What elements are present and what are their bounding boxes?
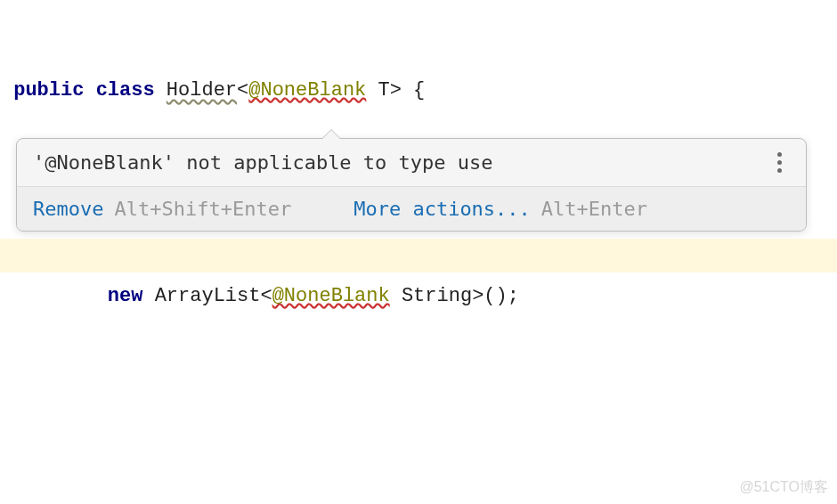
more-actions[interactable]: More actions...	[353, 198, 531, 220]
inspection-tooltip: '@NoneBlank' not applicable to type use …	[16, 138, 807, 232]
annotation: @NoneBlank	[248, 79, 366, 102]
tooltip-message: '@NoneBlank' not applicable to type use	[33, 151, 493, 174]
code-line	[2, 383, 835, 417]
keyword-public: public	[13, 79, 84, 102]
more-shortcut: Alt+Enter	[541, 198, 647, 220]
code-line: new ArrayList<@NoneBlank String>();	[2, 280, 835, 314]
code-line	[2, 451, 835, 484]
tooltip-pointer	[321, 129, 341, 139]
code-line: public class Holder<@NoneBlank T> {	[2, 74, 835, 109]
class-name: Holder	[167, 79, 237, 102]
kebab-icon[interactable]	[768, 152, 790, 173]
keyword-new: new	[108, 285, 143, 307]
remove-action[interactable]: Remove	[33, 198, 103, 220]
remove-shortcut: Alt+Shift+Enter	[114, 198, 291, 220]
keyword-class: class	[96, 79, 155, 102]
annotation: @NoneBlank	[272, 285, 390, 307]
